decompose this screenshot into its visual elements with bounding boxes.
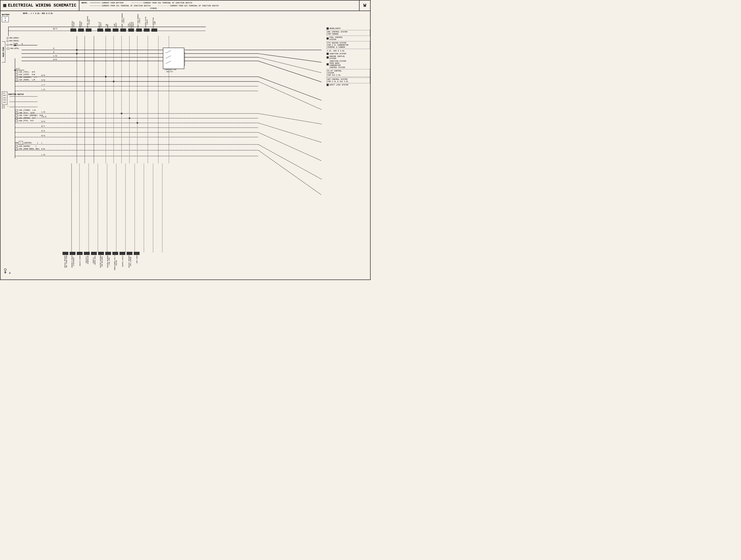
fuse-sym-3 [7, 48, 9, 50]
ig-fuse-label-ac: (A/C) [23, 112, 28, 114]
conn-front-marker-label: FRONT SIDE MARKERLIGHTS [122, 13, 125, 28]
conn-bot-heater-label: HEATER& AIR CONDITIONER [114, 255, 117, 270]
sub-fuse-wire-hazard: L/Y [34, 76, 37, 78]
fuse-label-heater: (HEATER) [24, 142, 32, 144]
main-fuse-section: MAIN FUSE 30A (HEAD) 80A (MAIN) 30A (FUE… [2, 36, 19, 51]
conn-horn: HORN [105, 24, 111, 32]
ign-sw-acc: ACC [3, 101, 6, 104]
fuse-sym-0 [7, 37, 8, 39]
conn-bot-abs: REAR WHEEL ABSCONTROL SYSTEM [63, 252, 68, 267]
note-row2: NOTE: CURRENT FROM IG1 TERMINAL OF IGNIT… [81, 4, 357, 7]
svg-point-76 [105, 76, 107, 78]
conn-stop: STOPLIGHTS [113, 23, 119, 32]
ig-fuse-sym-cigar [15, 109, 18, 111]
note-line1-text: CURRENT FROM BATTERY [102, 2, 124, 4]
svg-text:B: B [22, 43, 23, 45]
sub-fuse-section: 10A (TAIL) W/G 15A (STOP) G/W 10A (HAZAR… [15, 70, 37, 82]
ig-fuse-sublabel-engine: (ENGINE) [29, 115, 38, 116]
conn-charging-rect [78, 28, 84, 32]
main-fuse-label: MAIN FUSE [2, 42, 5, 63]
ig-fuse-cigar: 15A (CIGAR) L/W [15, 109, 43, 111]
ig-fuse-wire-pto: R/G [30, 120, 33, 122]
conn-charging-label: CHARGINGSYSTEM [79, 21, 82, 28]
ground-icon [3, 268, 8, 274]
sub-fuse-label-stop: (STOP) [23, 74, 29, 76]
sub-fuse-room: 15A (ROOM) L/R [15, 79, 37, 81]
sys-ptc: PTC HEATER SYSTEM FOR 2.2L CARBURETOR FE… [327, 41, 370, 49]
fuse-label-3: (BTN) [14, 48, 19, 50]
ig-fuse-label-pto: (PTO) [23, 120, 28, 122]
svg-text:L/R: L/R [42, 88, 45, 91]
sys-fuel: FUEL CONTROLSYSTEM [327, 36, 370, 41]
ig-fuse-sym-engine [15, 115, 18, 116]
conn-bot-remote-label: REMOTE FUELCONTROL SYSTEM [128, 255, 131, 267]
note-line5-text: OTHERS [150, 7, 157, 9]
svg-point-77 [113, 81, 115, 82]
conn-horn-rect [105, 28, 111, 32]
sys-label-shift-lock: SHIFT LOCK SYSTEM [330, 84, 348, 86]
svg-line-93 [258, 150, 321, 195]
fuse-rating-wiper: 15A [19, 146, 22, 147]
sys-headlights: HEADLIGHTS [327, 27, 370, 29]
sys-label-ign-feedback: IGNITION SYSTEMFEED BACKCARBURETORCONTRO… [330, 60, 346, 69]
conn-bot-audio-label: AUDIO SYSTEM [79, 255, 80, 266]
svg-text:B/Y: B/Y [42, 125, 45, 127]
sub-fuse-hazard: 10A (HAZARD) L/Y [15, 76, 37, 78]
solid-line-icon [90, 3, 100, 3]
conn-bot-cigar-rect [120, 252, 125, 255]
svg-text:G/W: G/W [42, 79, 45, 81]
fuse-abs: 20A (REAR WHEEL ABS) L/W [15, 148, 45, 150]
sub-fuse-wire-room: L/R [32, 79, 35, 81]
ig-fuse-label-engine: <15A> [23, 115, 28, 116]
svg-point-0 [4, 269, 6, 271]
heater-fuse-sym: ✕ [19, 141, 23, 145]
conn-tail-rect [128, 28, 134, 32]
sys-label-headlights: HEADLIGHTS [330, 27, 341, 29]
ign-sw-st: ST [3, 92, 6, 95]
svg-text:B/W: B/W [42, 135, 45, 137]
ig-fuse-rating-ac: 10A [19, 112, 22, 114]
fuse-label-2: (FUEL INJ) [13, 43, 19, 47]
ig-fuse-ac: 10A (A/C) LG/R [15, 112, 43, 114]
sub-fuse-label-hazard: (HAZARD) [23, 76, 31, 78]
svg-point-78 [121, 112, 122, 114]
svg-text:COMBINATION: COMBINATION [164, 69, 176, 71]
schematic-area: BATTERY ⊖ ⊕ NOTE...< > 2.2L: EGI & 2.6L … [1, 11, 370, 279]
conn-illum: ILLUMINATIONLAMP [151, 18, 157, 32]
conn-bot-remote: REMOTE FUELCONTROL SYSTEM [127, 252, 132, 267]
dotdash-line-icon [132, 3, 142, 3]
header-note: NOTE: CURRENT FROM BATTERY CURRENT FROM … [79, 1, 359, 11]
fuse-label-1: (MAIN) [13, 40, 19, 42]
svg-text:W/G: W/G [42, 74, 45, 76]
conn-tail: TAILLIGHTSPARKINGLIGHTS [128, 22, 134, 32]
ig-fuse-meter: 10A (METER) B/Y [15, 117, 43, 119]
svg-line-91 [258, 132, 321, 161]
svg-text:L/W: L/W [42, 153, 45, 156]
svg-text:R/G: R/G [42, 130, 45, 132]
combination-switch: COMBINATION SWITCH ⌇⌇⌇ [164, 52, 185, 66]
sys-egi: 2.2L: EGI & 2.6L [327, 50, 370, 52]
ig-fuse-rating-cigar: 15A [19, 109, 22, 111]
conn-bot-inst-label: INSTRUMENTCLUSTERS [85, 255, 88, 264]
ign-sw-label: IGNITION SWITCH [8, 94, 24, 95]
svg-line-89 [258, 113, 321, 124]
conn-bot-room: ROOM LAMP [134, 252, 140, 263]
sys-drl: DRL CONTROL SYSTEM FOR CANADA [327, 30, 370, 36]
fuse-sym-abs [15, 148, 18, 150]
svg-line-90 [258, 123, 321, 142]
ground-symbol: G [3, 268, 10, 274]
note-line2-text: CURRENT FROM IG1 TERMINAL OF IGNITION SW… [102, 5, 150, 7]
sub-fuse-rating-hazard: 10A [19, 76, 22, 78]
fuse-sym-1 [7, 40, 8, 42]
svg-point-79 [129, 117, 130, 119]
conn-tail-label: TAILLIGHTSPARKINGLIGHTS [128, 22, 134, 28]
conn-bot-inst: INSTRUMENTCLUSTERS [84, 252, 90, 264]
battery-symbol: ⊖ ⊕ [2, 16, 9, 22]
conn-cruise: CRUISE CONTROLSYSTEM [86, 16, 91, 32]
sys-label-hat: HAT CONTROL SYSTEM FOR 2.2L & 4x2 2.6L [327, 78, 348, 83]
note-line4-text: CURRENT FROM ACC TERMINAL OF IGNITION SW… [170, 5, 219, 7]
conn-bot-room-label: ROOM LAMP [136, 255, 137, 263]
svg-text:W/R: W/R [53, 58, 57, 61]
wire-overlay: B B/Y W/R B R B L/W [1, 11, 370, 279]
conn-illum-rect [151, 28, 157, 32]
